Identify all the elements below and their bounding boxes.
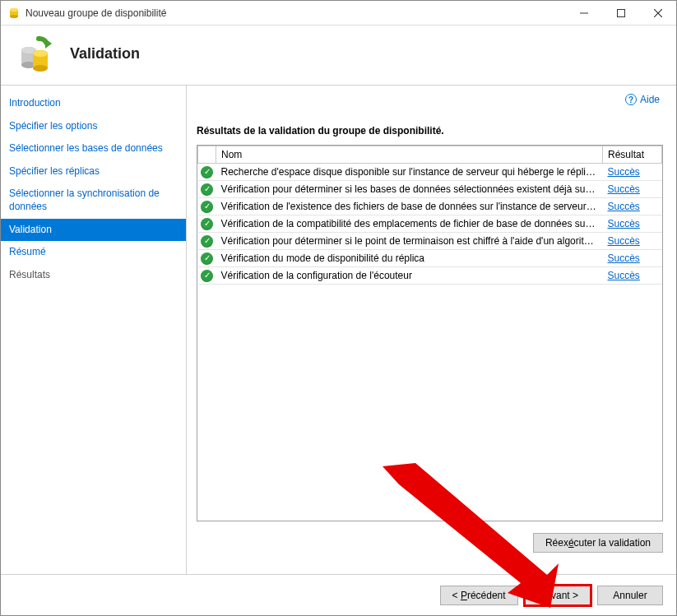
table-row: ✓Vérification pour déterminer si le poin… xyxy=(198,233,662,250)
col-header-result: Résultat xyxy=(603,146,662,164)
validation-result-cell: Succès xyxy=(603,250,662,267)
validation-name-cell: Vérification pour déterminer si le point… xyxy=(216,233,603,250)
title-bar: Nouveau groupe de disponibilité xyxy=(1,1,676,25)
maximize-button[interactable] xyxy=(602,1,639,25)
app-icon xyxy=(7,7,21,20)
validation-name-cell: Vérification de l'existence des fichiers… xyxy=(216,198,603,215)
svg-rect-5 xyxy=(617,9,624,16)
wizard-content: ? Aide Résultats de la validation du gro… xyxy=(187,86,676,575)
success-icon: ✓ xyxy=(201,270,213,282)
validation-name-cell: Vérification de la compatibilité des emp… xyxy=(216,215,603,233)
validation-name-cell: Vérification pour déterminer si les base… xyxy=(216,181,603,198)
validation-result-cell: Succès xyxy=(603,215,662,233)
table-row: ✓Vérification de la configuration de l'é… xyxy=(198,267,662,285)
svg-point-3 xyxy=(10,8,18,12)
validation-name-cell: Vérification de la configuration de l'éc… xyxy=(216,267,603,285)
svg-point-15 xyxy=(33,65,48,72)
close-button[interactable] xyxy=(639,1,676,25)
status-icon-cell: ✓ xyxy=(198,198,216,215)
success-icon: ✓ xyxy=(201,183,213,196)
status-icon-cell: ✓ xyxy=(198,164,216,181)
wizard-sidebar: IntroductionSpécifier les optionsSélecti… xyxy=(1,86,187,575)
validation-result-cell: Succès xyxy=(603,233,662,250)
cancel-button[interactable]: Annuler xyxy=(597,586,663,605)
sidebar-item-4[interactable]: Sélectionner la synchronisation de donné… xyxy=(1,183,186,218)
sidebar-item-5[interactable]: Validation xyxy=(1,219,186,242)
status-icon-cell: ✓ xyxy=(198,267,216,285)
success-icon: ✓ xyxy=(201,166,213,178)
svg-point-2 xyxy=(10,15,18,18)
col-header-icon xyxy=(198,146,216,164)
col-header-name: Nom xyxy=(216,146,603,164)
validation-header-icon xyxy=(16,34,55,73)
wizard-footer: < Précédent Suivant > Annuler xyxy=(1,574,676,615)
success-icon: ✓ xyxy=(201,218,213,230)
wizard-header: Validation xyxy=(1,25,676,86)
validation-section-title: Résultats de la validation du groupe de … xyxy=(197,125,663,137)
window-title: Nouveau groupe de disponibilité xyxy=(26,7,565,19)
validation-result-cell: Succès xyxy=(603,181,662,198)
svg-point-16 xyxy=(33,50,48,57)
result-link[interactable]: Succès xyxy=(608,183,640,195)
table-row: ✓Vérification de la compatibilité des em… xyxy=(198,215,662,233)
minimize-button[interactable] xyxy=(565,1,602,25)
wizard-body: IntroductionSpécifier les optionsSélecti… xyxy=(1,86,676,575)
result-link[interactable]: Succès xyxy=(608,218,640,229)
sidebar-item-3[interactable]: Spécifier les réplicas xyxy=(1,160,186,183)
success-icon: ✓ xyxy=(201,201,213,213)
validation-name-cell: Vérification du mode de disponibilité du… xyxy=(216,250,603,267)
result-link[interactable]: Succès xyxy=(608,235,640,247)
validation-result-cell: Succès xyxy=(603,267,662,285)
result-link[interactable]: Succès xyxy=(608,201,640,212)
result-link[interactable]: Succès xyxy=(608,270,640,281)
window-controls xyxy=(565,1,676,25)
validation-result-cell: Succès xyxy=(603,198,662,215)
help-label: Aide xyxy=(640,94,660,105)
next-button[interactable]: Suivant > xyxy=(525,586,591,605)
svg-marker-8 xyxy=(45,39,52,49)
status-icon-cell: ✓ xyxy=(198,233,216,250)
sidebar-item-6[interactable]: Résumé xyxy=(1,241,186,264)
sidebar-item-0[interactable]: Introduction xyxy=(1,92,186,115)
validation-table: Nom Résultat ✓Recherche d'espace disque … xyxy=(197,145,663,521)
table-row: ✓Vérification de l'existence des fichier… xyxy=(198,198,662,215)
sidebar-item-2[interactable]: Sélectionner les bases de données xyxy=(1,137,186,160)
success-icon: ✓ xyxy=(201,252,213,265)
previous-button[interactable]: < Précédent xyxy=(440,586,518,605)
table-row: ✓Vérification du mode de disponibilité d… xyxy=(198,250,662,267)
validation-name-cell: Recherche d'espace disque disponible sur… xyxy=(216,164,603,181)
sidebar-item-1[interactable]: Spécifier les options xyxy=(1,115,186,138)
page-title: Validation xyxy=(70,45,140,63)
status-icon-cell: ✓ xyxy=(198,181,216,198)
status-icon-cell: ✓ xyxy=(198,215,216,233)
rerun-validation-button[interactable]: Réexécuter la validation xyxy=(533,533,663,553)
validation-result-cell: Succès xyxy=(603,164,662,181)
help-link[interactable]: ? Aide xyxy=(625,94,660,105)
status-icon-cell: ✓ xyxy=(198,250,216,267)
help-icon: ? xyxy=(625,94,637,105)
result-link[interactable]: Succès xyxy=(608,166,640,178)
table-row: ✓Recherche d'espace disque disponible su… xyxy=(198,164,662,181)
sidebar-item-7: Résultats xyxy=(1,264,186,287)
table-row: ✓Vérification pour déterminer si les bas… xyxy=(198,181,662,198)
success-icon: ✓ xyxy=(201,235,213,248)
result-link[interactable]: Succès xyxy=(608,252,640,264)
